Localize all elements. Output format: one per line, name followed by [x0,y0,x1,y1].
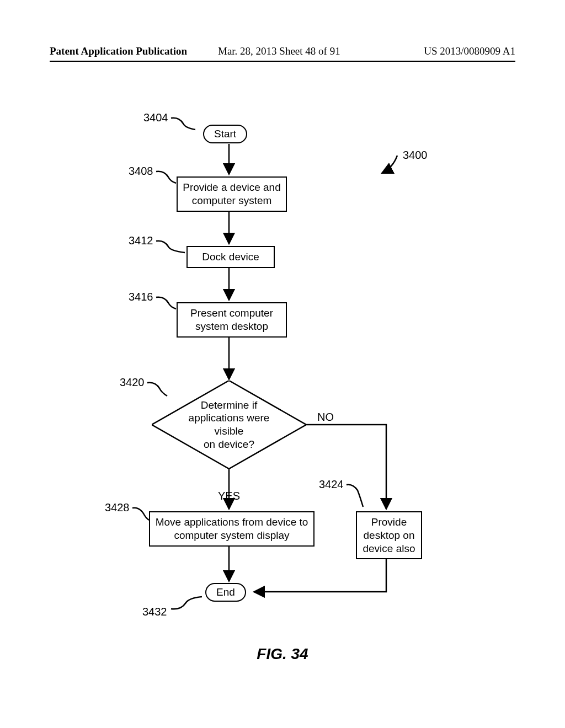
node-provide: Provide a device and computer system [177,176,287,212]
node-move-l1: Move applications from device to [156,516,308,528]
node-decision: Determine if applications were visible o… [152,381,306,469]
node-dock-text: Dock device [202,251,259,263]
ref-3432: 3432 [142,606,167,618]
ref-3424: 3424 [319,478,344,491]
node-decision-text: Determine if applications were visible o… [174,399,284,451]
figure-caption: FIG. 34 [0,645,565,663]
flowchart-wires [0,0,565,728]
node-move: Move applications from device to compute… [149,511,315,547]
edge-no-label: NO [317,411,334,424]
node-provide-l1: Provide a device and [183,181,280,193]
node-desktop-also-l1: Provide [371,516,407,528]
node-dock: Dock device [186,246,275,268]
node-provide-l2: computer system [192,195,272,206]
node-present: Present computer system desktop [177,302,287,338]
ref-3404: 3404 [143,111,168,124]
node-start-text: Start [214,128,236,140]
ref-3408: 3408 [129,165,153,178]
ref-3412: 3412 [129,234,153,247]
page: Patent Application Publication Mar. 28, … [0,0,565,728]
ref-3416: 3416 [129,291,153,303]
node-present-l1: Present computer [190,307,273,319]
ref-3428: 3428 [105,501,130,514]
flowchart: 3400 Start 3404 Provide a device and com… [0,0,565,728]
node-move-l2: computer system display [174,529,289,541]
node-start: Start [203,125,247,143]
node-end: End [205,583,246,602]
ref-3400: 3400 [403,149,428,162]
node-desktop-also: Provide desktop on device also [356,511,422,559]
edge-yes-label: YES [218,490,240,502]
node-end-text: End [216,586,235,598]
node-present-l2: system desktop [195,320,268,332]
node-desktop-also-l2: desktop on [364,529,415,541]
node-desktop-also-l3: device also [363,543,415,554]
ref-3420: 3420 [120,376,145,389]
